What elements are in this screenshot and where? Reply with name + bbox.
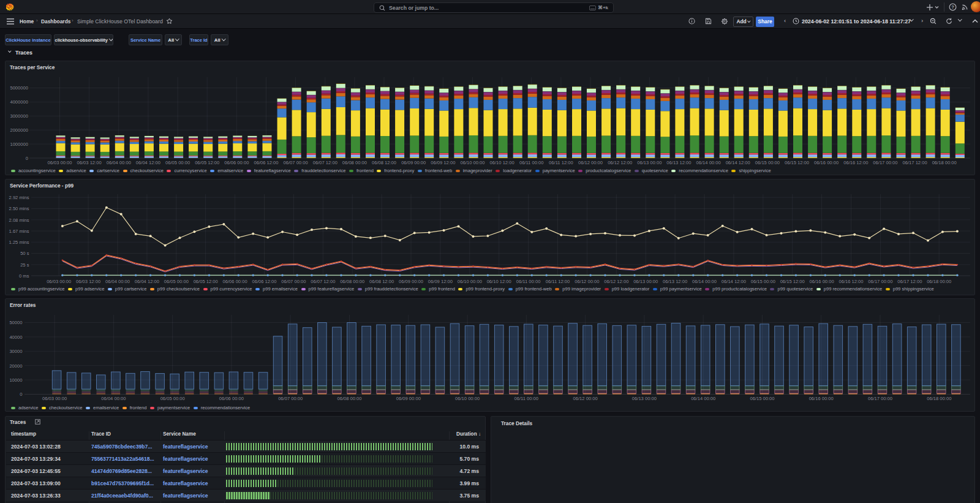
svg-text:1.67 mins: 1.67 mins <box>9 229 29 234</box>
svg-text:06/08 00:00: 06/08 00:00 <box>342 160 367 165</box>
svg-text:06/14 12:00: 06/14 12:00 <box>722 279 746 284</box>
svg-text:06/17 12:00: 06/17 12:00 <box>903 160 927 165</box>
svg-text:06/11 00:00: 06/11 00:00 <box>519 160 544 165</box>
svg-text:06/05 00:00: 06/05 00:00 <box>165 160 190 165</box>
svg-text:06/12 00:00: 06/12 00:00 <box>578 160 603 165</box>
svg-text:06/17 12:00: 06/17 12:00 <box>897 279 922 284</box>
svg-text:0: 0 <box>20 391 22 397</box>
svg-text:06/10 00:00: 06/10 00:00 <box>455 396 480 401</box>
svg-text:06/07 00:00: 06/07 00:00 <box>284 160 308 165</box>
svg-text:06/18 00:00: 06/18 00:00 <box>932 160 957 165</box>
svg-text:06/10 12:00: 06/10 12:00 <box>490 160 514 165</box>
svg-text:06/09 00:00: 06/09 00:00 <box>399 279 423 284</box>
svg-text:06/04 12:00: 06/04 12:00 <box>136 160 160 165</box>
svg-text:06/09 12:00: 06/09 12:00 <box>428 279 453 284</box>
svg-text:06/13 00:00: 06/13 00:00 <box>633 279 658 284</box>
svg-text:06/11 00:00: 06/11 00:00 <box>514 396 539 401</box>
svg-text:06/14 12:00: 06/14 12:00 <box>726 160 750 165</box>
svg-text:50 s: 50 s <box>20 251 29 256</box>
svg-text:06/05 12:00: 06/05 12:00 <box>195 160 219 165</box>
svg-text:06/06 12:00: 06/06 12:00 <box>254 160 278 165</box>
svg-text:06/17 00:00: 06/17 00:00 <box>868 279 892 284</box>
svg-text:06/07 12:00: 06/07 12:00 <box>313 160 337 165</box>
svg-text:1.25 mins: 1.25 mins <box>9 240 29 245</box>
svg-text:06/05 00:00: 06/05 00:00 <box>160 396 185 401</box>
svg-text:06/13 00:00: 06/13 00:00 <box>637 160 662 165</box>
svg-text:06/05 12:00: 06/05 12:00 <box>194 279 218 284</box>
svg-text:2000000: 2000000 <box>10 127 28 133</box>
svg-text:25 s: 25 s <box>20 262 29 268</box>
svg-text:20000: 20000 <box>9 363 22 369</box>
svg-text:30000: 30000 <box>9 349 22 354</box>
svg-text:1000000: 1000000 <box>10 142 28 147</box>
svg-text:06/06 00:00: 06/06 00:00 <box>224 160 249 165</box>
svg-text:06/15 00:00: 06/15 00:00 <box>755 160 780 165</box>
svg-text:06/06 12:00: 06/06 12:00 <box>252 279 276 284</box>
svg-text:06/07 00:00: 06/07 00:00 <box>281 279 306 284</box>
svg-text:06/10 12:00: 06/10 12:00 <box>487 279 511 284</box>
svg-text:06/14 00:00: 06/14 00:00 <box>696 160 721 165</box>
svg-text:06/08 12:00: 06/08 12:00 <box>369 279 394 284</box>
svg-text:06/10 00:00: 06/10 00:00 <box>458 279 482 284</box>
svg-text:06/14 00:00: 06/14 00:00 <box>692 279 717 284</box>
svg-text:06/04 00:00: 06/04 00:00 <box>107 160 131 165</box>
svg-text:06/16 00:00: 06/16 00:00 <box>809 396 834 401</box>
svg-text:06/03 12:00: 06/03 12:00 <box>76 279 100 284</box>
svg-text:06/15 12:00: 06/15 12:00 <box>785 160 809 165</box>
svg-text:0: 0 <box>26 156 28 161</box>
svg-text:06/11 00:00: 06/11 00:00 <box>516 279 541 284</box>
svg-text:06/11 12:00: 06/11 12:00 <box>549 160 573 165</box>
svg-text:06/04 12:00: 06/04 12:00 <box>135 279 159 284</box>
svg-text:2.50 mins: 2.50 mins <box>9 206 29 211</box>
svg-text:06/15 12:00: 06/15 12:00 <box>780 279 805 284</box>
svg-text:06/12 12:00: 06/12 12:00 <box>608 160 632 165</box>
svg-text:06/08 00:00: 06/08 00:00 <box>337 396 361 401</box>
svg-text:06/16 00:00: 06/16 00:00 <box>814 160 839 165</box>
svg-text:06/03 00:00: 06/03 00:00 <box>42 396 67 401</box>
svg-text:06/07 12:00: 06/07 12:00 <box>311 279 335 284</box>
svg-text:06/04 00:00: 06/04 00:00 <box>105 279 130 284</box>
svg-text:06/12 00:00: 06/12 00:00 <box>573 396 598 401</box>
svg-text:06/08 12:00: 06/08 12:00 <box>372 160 396 165</box>
svg-text:06/11 12:00: 06/11 12:00 <box>546 279 570 284</box>
svg-text:06/16 12:00: 06/16 12:00 <box>839 279 863 284</box>
svg-text:0 ms: 0 ms <box>19 273 29 279</box>
svg-text:06/09 00:00: 06/09 00:00 <box>401 160 426 165</box>
svg-text:06/05 00:00: 06/05 00:00 <box>164 279 189 284</box>
svg-text:4000000: 4000000 <box>10 99 28 105</box>
svg-text:06/15 00:00: 06/15 00:00 <box>750 396 774 401</box>
svg-text:5000000: 5000000 <box>10 85 28 91</box>
svg-text:06/08 00:00: 06/08 00:00 <box>340 279 364 284</box>
svg-text:06/12 00:00: 06/12 00:00 <box>575 279 599 284</box>
svg-text:06/13 12:00: 06/13 12:00 <box>663 279 687 284</box>
svg-text:2.08 mins: 2.08 mins <box>9 217 29 223</box>
svg-text:06/03 12:00: 06/03 12:00 <box>77 160 102 165</box>
svg-text:06/13 00:00: 06/13 00:00 <box>632 396 657 401</box>
svg-text:06/09 12:00: 06/09 12:00 <box>431 160 455 165</box>
svg-text:06/17 00:00: 06/17 00:00 <box>868 396 892 401</box>
svg-text:06/12 12:00: 06/12 12:00 <box>604 279 628 284</box>
svg-text:06/15 00:00: 06/15 00:00 <box>751 279 775 284</box>
svg-text:3000000: 3000000 <box>10 113 28 119</box>
svg-text:06/03 00:00: 06/03 00:00 <box>47 160 72 165</box>
svg-text:?: ? <box>951 4 954 10</box>
svg-text:40000: 40000 <box>9 335 22 340</box>
svg-text:06/04 00:00: 06/04 00:00 <box>101 396 126 401</box>
svg-text:06/16 00:00: 06/16 00:00 <box>810 279 834 284</box>
svg-text:06/10 00:00: 06/10 00:00 <box>460 160 484 165</box>
svg-text:06/18 00:00: 06/18 00:00 <box>927 279 951 284</box>
svg-text:06/06 00:00: 06/06 00:00 <box>219 396 244 401</box>
svg-text:06/03 00:00: 06/03 00:00 <box>47 279 71 284</box>
svg-text:10000: 10000 <box>9 377 22 383</box>
svg-text:06/13 12:00: 06/13 12:00 <box>666 160 691 165</box>
svg-text:06/09 00:00: 06/09 00:00 <box>396 396 421 401</box>
svg-text:06/16 12:00: 06/16 12:00 <box>843 160 868 165</box>
svg-text:06/18 00:00: 06/18 00:00 <box>927 396 951 401</box>
svg-text:06/17 00:00: 06/17 00:00 <box>873 160 897 165</box>
svg-text:50000: 50000 <box>9 320 22 325</box>
svg-text:06/06 00:00: 06/06 00:00 <box>223 279 247 284</box>
svg-text:06/07 00:00: 06/07 00:00 <box>278 396 303 401</box>
svg-text:06/14 00:00: 06/14 00:00 <box>691 396 715 401</box>
svg-text:2.92 mins: 2.92 mins <box>9 195 29 200</box>
